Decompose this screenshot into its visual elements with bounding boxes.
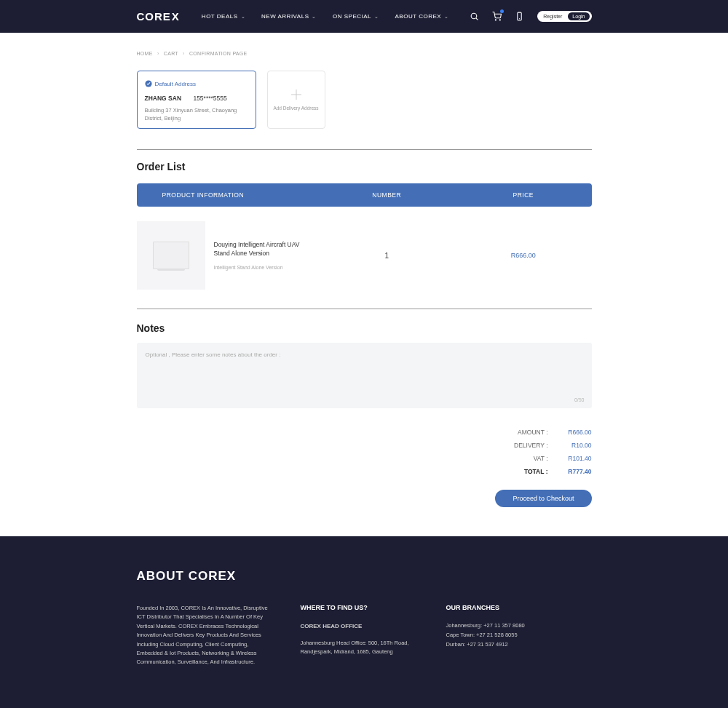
logo[interactable]: COREX bbox=[137, 10, 180, 23]
col-product-info: PRODUCT INFORMATION bbox=[137, 191, 319, 199]
nav-new-arrivals[interactable]: NEW ARRIVALS⌄ bbox=[261, 13, 317, 20]
footer-branch-jhb: Johannesburg: +27 11 357 8080 bbox=[446, 621, 563, 631]
header: COREX HOT DEALS⌄ NEW ARRIVALS⌄ ON SPECIA… bbox=[0, 0, 728, 33]
footer-where-sub: COREX HEAD OFFICE bbox=[301, 621, 417, 632]
chevron-right-icon: › bbox=[157, 51, 159, 56]
col-number: NUMBER bbox=[319, 191, 456, 199]
chevron-down-icon: ⌄ bbox=[374, 14, 379, 20]
mobile-icon[interactable] bbox=[515, 12, 524, 21]
footer: ABOUT COREX Founded In 2003, COREX Is An… bbox=[0, 536, 728, 708]
product-name: Douying Intelligent Aircraft UAV Stand A… bbox=[214, 241, 316, 258]
address-name: ZHANG SAN bbox=[145, 95, 182, 102]
search-icon[interactable] bbox=[470, 12, 479, 21]
svg-point-3 bbox=[500, 20, 501, 20]
notes-input[interactable]: Optional , Please enter some notes about… bbox=[137, 343, 592, 408]
order-list-title: Order List bbox=[137, 161, 592, 172]
login-button[interactable]: Login bbox=[568, 12, 589, 20]
check-circle-icon bbox=[145, 80, 152, 87]
nav-about-corex[interactable]: ABOUT COREX⌄ bbox=[395, 13, 449, 20]
auth-buttons: Register Login bbox=[537, 11, 591, 22]
breadcrumb-current: CONFIRMATION PAGE bbox=[189, 51, 248, 56]
nav-on-special[interactable]: ON SPECIAL⌄ bbox=[333, 13, 379, 20]
footer-where-addr: Johannesburg Head Office: 500, 16Th Road… bbox=[301, 639, 417, 658]
vat-label: VAT : bbox=[534, 455, 548, 462]
divider bbox=[137, 149, 592, 150]
footer-branch-dbn: Durban: +27 31 537 4912 bbox=[446, 640, 563, 650]
footer-branches-title: OUR BRANCHES bbox=[446, 604, 563, 611]
footer-where-title: WHERE TO FIND US? bbox=[301, 604, 417, 611]
notes-counter: 0/50 bbox=[574, 397, 585, 402]
chevron-right-icon: › bbox=[183, 51, 185, 56]
order-totals: AMOUNT :R666.00 DELIVERY :R10.00 VAT :R1… bbox=[137, 429, 592, 475]
default-address-card[interactable]: Default Address ZHANG SAN 155****5555 Bu… bbox=[137, 71, 256, 129]
nav-hot-deals[interactable]: HOT DEALS⌄ bbox=[202, 13, 245, 20]
vat-value: R101.40 bbox=[555, 455, 592, 462]
address-text: Building 37 Xinyuan Street, Chaoyang Dis… bbox=[145, 106, 248, 123]
plus-icon bbox=[291, 90, 301, 100]
footer-about: Founded In 2003, COREX Is An Innovative,… bbox=[137, 604, 272, 667]
delivery-label: DELIVERY : bbox=[514, 442, 547, 449]
amount-value: R666.00 bbox=[555, 429, 592, 436]
breadcrumb: HOME › CART › CONFIRMATION PAGE bbox=[137, 33, 592, 63]
main-nav: HOT DEALS⌄ NEW ARRIVALS⌄ ON SPECIAL⌄ ABO… bbox=[202, 13, 449, 20]
svg-line-1 bbox=[476, 18, 478, 20]
product-qty: 1 bbox=[319, 252, 456, 260]
notes-placeholder: Optional , Please enter some notes about… bbox=[146, 351, 281, 358]
default-address-label: Default Address bbox=[155, 81, 196, 87]
product-image bbox=[137, 221, 205, 290]
chevron-down-icon: ⌄ bbox=[241, 14, 246, 20]
svg-point-0 bbox=[471, 13, 477, 19]
divider bbox=[137, 309, 592, 309]
cart-icon[interactable] bbox=[492, 12, 502, 21]
total-value: R777.40 bbox=[555, 468, 592, 475]
footer-branch-cpt: Cape Town: +27 21 528 8055 bbox=[446, 631, 563, 640]
delivery-value: R10.00 bbox=[555, 442, 592, 449]
product-variant: Intelligent Stand Alone Version bbox=[214, 265, 316, 270]
total-label: TOTAL : bbox=[524, 468, 548, 475]
amount-label: AMOUNT : bbox=[518, 429, 547, 436]
address-phone: 155****5555 bbox=[193, 95, 226, 102]
chevron-down-icon: ⌄ bbox=[444, 14, 449, 20]
breadcrumb-home[interactable]: HOME bbox=[137, 51, 153, 56]
chevron-down-icon: ⌄ bbox=[312, 14, 317, 20]
table-row: Douying Intelligent Aircraft UAV Stand A… bbox=[137, 207, 592, 304]
svg-rect-4 bbox=[518, 12, 521, 20]
col-price: PRICE bbox=[455, 191, 592, 199]
breadcrumb-cart[interactable]: CART bbox=[164, 51, 178, 56]
checkout-button[interactable]: Proceed to Checkout bbox=[495, 490, 591, 507]
add-address-card[interactable]: Add Delivery Address bbox=[267, 71, 325, 129]
notes-title: Notes bbox=[137, 322, 592, 334]
footer-heading: ABOUT COREX bbox=[137, 569, 592, 584]
register-button[interactable]: Register bbox=[539, 13, 566, 20]
product-price: R666.00 bbox=[455, 252, 592, 259]
add-address-label: Add Delivery Address bbox=[273, 106, 318, 111]
order-table-header: PRODUCT INFORMATION NUMBER PRICE bbox=[137, 183, 592, 207]
svg-point-2 bbox=[496, 20, 496, 20]
